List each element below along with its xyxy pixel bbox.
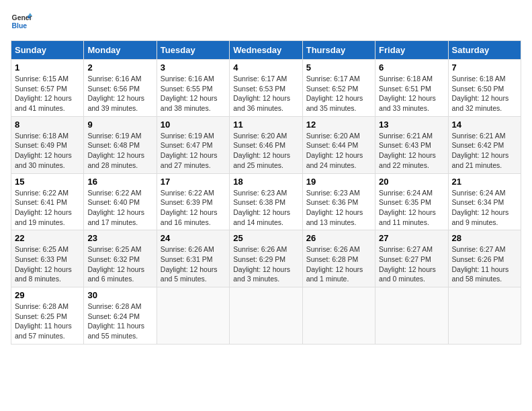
day-number: 26: [306, 233, 371, 243]
day-detail: Sunrise: 6:18 AM Sunset: 6:50 PM Dayligh…: [452, 74, 517, 113]
day-number: 7: [452, 62, 517, 73]
day-number: 28: [452, 233, 517, 243]
day-number: 30: [87, 290, 152, 300]
calendar-cell: 12 Sunrise: 6:20 AM Sunset: 6:44 PM Dayl…: [302, 116, 375, 173]
calendar-cell: 19 Sunrise: 6:23 AM Sunset: 6:36 PM Dayl…: [302, 173, 375, 230]
calendar-week-2: 8 Sunrise: 6:18 AM Sunset: 6:49 PM Dayli…: [11, 116, 521, 173]
col-header-friday: Friday: [375, 41, 448, 60]
day-number: 10: [161, 120, 226, 130]
day-detail: Sunrise: 6:21 AM Sunset: 6:43 PM Dayligh…: [379, 131, 444, 171]
col-header-sunday: Sunday: [11, 41, 84, 60]
col-header-saturday: Saturday: [448, 41, 521, 60]
calendar-cell: 16 Sunrise: 6:22 AM Sunset: 6:40 PM Dayl…: [84, 173, 157, 230]
day-number: 15: [15, 177, 80, 187]
col-header-monday: Monday: [84, 41, 157, 60]
day-detail: Sunrise: 6:26 AM Sunset: 6:28 PM Dayligh…: [306, 244, 371, 284]
day-number: 22: [15, 233, 80, 243]
calendar-cell: 10 Sunrise: 6:19 AM Sunset: 6:47 PM Dayl…: [157, 116, 229, 173]
calendar-cell: 4 Sunrise: 6:17 AM Sunset: 6:53 PM Dayli…: [230, 60, 302, 117]
page-header: General Blue: [11, 11, 521, 32]
day-detail: Sunrise: 6:24 AM Sunset: 6:34 PM Dayligh…: [452, 188, 517, 228]
day-number: 21: [452, 177, 517, 187]
day-number: 16: [87, 177, 152, 187]
calendar-cell: 11 Sunrise: 6:20 AM Sunset: 6:46 PM Dayl…: [230, 116, 302, 173]
day-detail: Sunrise: 6:16 AM Sunset: 6:55 PM Dayligh…: [161, 74, 226, 113]
day-detail: Sunrise: 6:26 AM Sunset: 6:31 PM Dayligh…: [161, 244, 226, 284]
calendar-week-1: 1 Sunrise: 6:15 AM Sunset: 6:57 PM Dayli…: [11, 60, 521, 117]
day-detail: Sunrise: 6:28 AM Sunset: 6:25 PM Dayligh…: [15, 302, 80, 341]
col-header-wednesday: Wednesday: [230, 41, 302, 60]
day-detail: Sunrise: 6:26 AM Sunset: 6:29 PM Dayligh…: [233, 244, 298, 284]
day-detail: Sunrise: 6:28 AM Sunset: 6:24 PM Dayligh…: [87, 302, 152, 341]
day-number: 5: [306, 62, 371, 73]
day-detail: Sunrise: 6:16 AM Sunset: 6:56 PM Dayligh…: [87, 74, 152, 113]
day-detail: Sunrise: 6:25 AM Sunset: 6:32 PM Dayligh…: [87, 244, 152, 284]
svg-text:Blue: Blue: [12, 22, 28, 30]
day-detail: Sunrise: 6:19 AM Sunset: 6:47 PM Dayligh…: [161, 131, 226, 171]
day-detail: Sunrise: 6:21 AM Sunset: 6:42 PM Dayligh…: [452, 131, 517, 171]
logo: General Blue: [11, 11, 35, 32]
day-detail: Sunrise: 6:20 AM Sunset: 6:46 PM Dayligh…: [233, 131, 298, 171]
day-number: 3: [161, 62, 226, 73]
calendar-cell: 27 Sunrise: 6:27 AM Sunset: 6:27 PM Dayl…: [375, 230, 448, 287]
day-detail: Sunrise: 6:23 AM Sunset: 6:38 PM Dayligh…: [233, 188, 298, 228]
day-detail: Sunrise: 6:17 AM Sunset: 6:52 PM Dayligh…: [306, 74, 371, 113]
day-number: 29: [15, 290, 80, 300]
day-detail: Sunrise: 6:22 AM Sunset: 6:40 PM Dayligh…: [87, 188, 152, 228]
calendar-cell: 8 Sunrise: 6:18 AM Sunset: 6:49 PM Dayli…: [11, 116, 84, 173]
day-number: 2: [87, 62, 152, 73]
calendar-cell: 30 Sunrise: 6:28 AM Sunset: 6:24 PM Dayl…: [84, 287, 157, 345]
calendar-cell: 28 Sunrise: 6:27 AM Sunset: 6:26 PM Dayl…: [448, 230, 521, 287]
calendar-cell: 3 Sunrise: 6:16 AM Sunset: 6:55 PM Dayli…: [157, 60, 229, 117]
day-number: 24: [161, 233, 226, 243]
calendar-cell: [230, 287, 302, 345]
day-number: 18: [233, 177, 298, 187]
calendar-week-3: 15 Sunrise: 6:22 AM Sunset: 6:41 PM Dayl…: [11, 173, 521, 230]
calendar-cell: 5 Sunrise: 6:17 AM Sunset: 6:52 PM Dayli…: [302, 60, 375, 117]
day-number: 4: [233, 62, 298, 73]
day-number: 19: [306, 177, 371, 187]
calendar-cell: 22 Sunrise: 6:25 AM Sunset: 6:33 PM Dayl…: [11, 230, 84, 287]
day-detail: Sunrise: 6:23 AM Sunset: 6:36 PM Dayligh…: [306, 188, 371, 228]
calendar-week-5: 29 Sunrise: 6:28 AM Sunset: 6:25 PM Dayl…: [11, 287, 521, 345]
calendar-cell: 20 Sunrise: 6:24 AM Sunset: 6:35 PM Dayl…: [375, 173, 448, 230]
day-number: 23: [87, 233, 152, 243]
calendar-cell: 9 Sunrise: 6:19 AM Sunset: 6:48 PM Dayli…: [84, 116, 157, 173]
day-detail: Sunrise: 6:25 AM Sunset: 6:33 PM Dayligh…: [15, 244, 80, 284]
calendar-cell: 14 Sunrise: 6:21 AM Sunset: 6:42 PM Dayl…: [448, 116, 521, 173]
calendar-cell: 26 Sunrise: 6:26 AM Sunset: 6:28 PM Dayl…: [302, 230, 375, 287]
day-detail: Sunrise: 6:22 AM Sunset: 6:39 PM Dayligh…: [161, 188, 226, 228]
calendar-cell: 21 Sunrise: 6:24 AM Sunset: 6:34 PM Dayl…: [448, 173, 521, 230]
calendar-cell: 6 Sunrise: 6:18 AM Sunset: 6:51 PM Dayli…: [375, 60, 448, 117]
calendar-cell: 23 Sunrise: 6:25 AM Sunset: 6:32 PM Dayl…: [84, 230, 157, 287]
calendar-cell: [157, 287, 229, 345]
calendar-cell: 29 Sunrise: 6:28 AM Sunset: 6:25 PM Dayl…: [11, 287, 84, 345]
day-detail: Sunrise: 6:27 AM Sunset: 6:26 PM Dayligh…: [452, 244, 517, 284]
day-number: 1: [15, 62, 80, 73]
day-detail: Sunrise: 6:24 AM Sunset: 6:35 PM Dayligh…: [379, 188, 444, 228]
day-number: 25: [233, 233, 298, 243]
day-detail: Sunrise: 6:22 AM Sunset: 6:41 PM Dayligh…: [15, 188, 80, 228]
logo-icon: General Blue: [11, 11, 32, 32]
calendar-week-4: 22 Sunrise: 6:25 AM Sunset: 6:33 PM Dayl…: [11, 230, 521, 287]
day-number: 12: [306, 120, 371, 130]
calendar-cell: 17 Sunrise: 6:22 AM Sunset: 6:39 PM Dayl…: [157, 173, 229, 230]
day-detail: Sunrise: 6:18 AM Sunset: 6:49 PM Dayligh…: [15, 131, 80, 171]
calendar-cell: [375, 287, 448, 345]
day-number: 8: [15, 120, 80, 130]
day-number: 9: [87, 120, 152, 130]
calendar-cell: 13 Sunrise: 6:21 AM Sunset: 6:43 PM Dayl…: [375, 116, 448, 173]
calendar-cell: 2 Sunrise: 6:16 AM Sunset: 6:56 PM Dayli…: [84, 60, 157, 117]
day-detail: Sunrise: 6:20 AM Sunset: 6:44 PM Dayligh…: [306, 131, 371, 171]
calendar-cell: 25 Sunrise: 6:26 AM Sunset: 6:29 PM Dayl…: [230, 230, 302, 287]
day-detail: Sunrise: 6:27 AM Sunset: 6:27 PM Dayligh…: [379, 244, 444, 284]
day-detail: Sunrise: 6:17 AM Sunset: 6:53 PM Dayligh…: [233, 74, 298, 113]
calendar-cell: 1 Sunrise: 6:15 AM Sunset: 6:57 PM Dayli…: [11, 60, 84, 117]
col-header-thursday: Thursday: [302, 41, 375, 60]
day-number: 14: [452, 120, 517, 130]
day-number: 13: [379, 120, 444, 130]
day-number: 6: [379, 62, 444, 73]
day-number: 27: [379, 233, 444, 243]
day-number: 20: [379, 177, 444, 187]
calendar-cell: [302, 287, 375, 345]
